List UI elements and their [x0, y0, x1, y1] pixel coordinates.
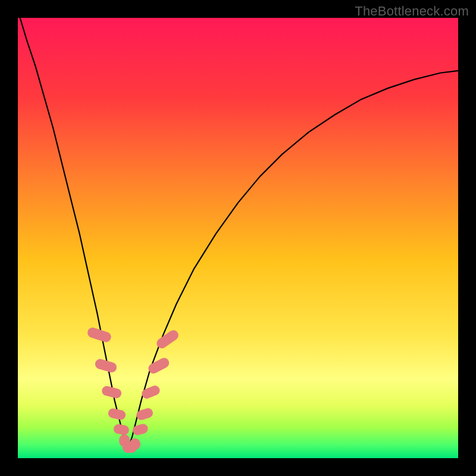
curve-marker — [146, 356, 171, 375]
curve-right-branch — [128, 71, 458, 449]
curve-marker — [155, 328, 180, 350]
curve-marker — [107, 408, 126, 421]
curve-marker — [101, 385, 122, 399]
curve-marker — [130, 439, 141, 450]
curve-marker — [131, 423, 149, 437]
curve-left-branch — [20, 18, 128, 449]
curve-layer — [18, 18, 458, 458]
plot-area — [18, 18, 458, 458]
curve-marker — [140, 384, 161, 400]
watermark-text: TheBottleneck.com — [355, 4, 469, 19]
curve-marker — [86, 326, 112, 343]
chart-frame: TheBottleneck.com — [0, 0, 476, 476]
curve-marker — [113, 424, 130, 436]
curve-marker — [135, 407, 154, 421]
